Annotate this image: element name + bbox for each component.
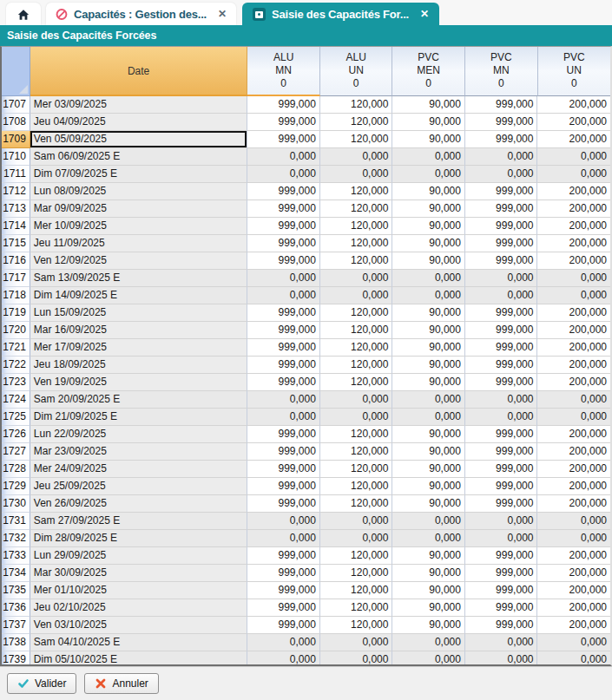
value-cell[interactable]: 90,000	[392, 426, 465, 443]
value-cell[interactable]: 90,000	[392, 374, 465, 391]
value-cell[interactable]: 90,000	[392, 478, 465, 495]
value-cell[interactable]: 200,000	[537, 131, 610, 148]
value-cell[interactable]: 999,000	[465, 252, 538, 270]
date-cell[interactable]: Sam 27/09/2025 E	[30, 513, 248, 530]
date-cell[interactable]: Mar 23/09/2025	[30, 443, 248, 461]
value-cell[interactable]: 999,000	[465, 478, 538, 495]
value-cell[interactable]: 90,000	[392, 339, 465, 357]
value-cell[interactable]: 999,000	[465, 443, 538, 461]
value-cell[interactable]: 90,000	[392, 183, 465, 200]
value-cell[interactable]: 90,000	[392, 617, 465, 634]
date-cell[interactable]: Ven 12/09/2025	[30, 252, 248, 270]
value-cell[interactable]: 999,000	[247, 235, 320, 252]
row-number-cell[interactable]: 1716	[2, 252, 30, 270]
date-cell[interactable]: Jeu 11/09/2025	[30, 235, 248, 252]
date-cell[interactable]: Sam 20/09/2025 E	[30, 391, 248, 409]
value-cell[interactable]: 999,000	[465, 200, 538, 218]
date-cell[interactable]: Ven 26/09/2025	[30, 495, 248, 513]
value-cell[interactable]: 999,000	[465, 114, 538, 131]
validate-button[interactable]: Valider	[7, 673, 76, 694]
value-cell[interactable]: 90,000	[392, 218, 465, 235]
value-cell[interactable]: 120,000	[320, 547, 393, 565]
date-cell[interactable]: Lun 08/09/2025	[30, 183, 248, 200]
row-number-cell[interactable]: 1707	[2, 96, 30, 114]
value-cell[interactable]: 0,000	[465, 513, 538, 530]
value-cell[interactable]: 999,000	[465, 218, 538, 235]
row-number-cell[interactable]: 1710	[2, 148, 30, 166]
value-cell[interactable]: 90,000	[392, 235, 465, 252]
date-cell[interactable]: Mer 17/09/2025	[30, 339, 248, 357]
value-cell[interactable]: 999,000	[465, 565, 538, 582]
value-cell[interactable]: 200,000	[537, 426, 610, 443]
value-cell[interactable]: 0,000	[465, 409, 538, 426]
value-cell[interactable]: 90,000	[392, 599, 465, 617]
value-cell[interactable]: 200,000	[537, 304, 610, 322]
row-number-cell[interactable]: 1731	[2, 513, 30, 530]
value-cell[interactable]: 0,000	[247, 651, 320, 664]
date-cell[interactable]: Mer 03/09/2025	[30, 96, 248, 114]
date-cell[interactable]: Jeu 18/09/2025	[30, 357, 248, 374]
value-cell[interactable]: 999,000	[247, 339, 320, 357]
value-cell[interactable]: 0,000	[247, 391, 320, 409]
value-cell[interactable]: 90,000	[392, 304, 465, 322]
value-cell[interactable]: 120,000	[320, 96, 393, 114]
value-cell[interactable]: 0,000	[537, 166, 610, 183]
row-number-cell[interactable]: 1730	[2, 495, 30, 513]
value-cell[interactable]: 0,000	[392, 270, 465, 287]
value-cell[interactable]: 0,000	[320, 166, 393, 183]
row-number-cell[interactable]: 1720	[2, 322, 30, 339]
row-number-cell[interactable]: 1711	[2, 166, 30, 183]
value-cell[interactable]: 999,000	[247, 495, 320, 513]
value-cell[interactable]: 999,000	[247, 183, 320, 200]
value-cell[interactable]: 0,000	[320, 513, 393, 530]
value-cell[interactable]: 120,000	[320, 218, 393, 235]
row-number-cell[interactable]: 1709	[2, 131, 30, 148]
value-cell[interactable]: 999,000	[247, 547, 320, 565]
value-cell[interactable]: 200,000	[537, 252, 610, 270]
column-header-alu-mn-0[interactable]: ALUMN0	[247, 47, 320, 96]
value-cell[interactable]: 90,000	[392, 565, 465, 582]
home-tab[interactable]	[6, 3, 41, 25]
row-number-cell[interactable]: 1714	[2, 218, 30, 235]
value-cell[interactable]: 200,000	[537, 200, 610, 218]
row-number-cell[interactable]: 1719	[2, 304, 30, 322]
value-cell[interactable]: 0,000	[320, 651, 393, 664]
date-cell[interactable]: Dim 07/09/2025 E	[30, 166, 248, 183]
date-cell[interactable]: Sam 13/09/2025 E	[30, 270, 248, 287]
value-cell[interactable]: 90,000	[392, 131, 465, 148]
row-number-cell[interactable]: 1737	[2, 617, 30, 634]
value-cell[interactable]: 200,000	[537, 218, 610, 235]
value-cell[interactable]: 999,000	[247, 200, 320, 218]
value-cell[interactable]: 999,000	[247, 582, 320, 599]
value-cell[interactable]: 200,000	[537, 495, 610, 513]
value-cell[interactable]: 0,000	[465, 651, 538, 664]
row-number-cell[interactable]: 1724	[2, 391, 30, 409]
value-cell[interactable]: 200,000	[537, 547, 610, 565]
value-cell[interactable]: 999,000	[247, 478, 320, 495]
value-cell[interactable]: 200,000	[537, 599, 610, 617]
value-cell[interactable]: 999,000	[247, 461, 320, 478]
value-cell[interactable]: 200,000	[537, 339, 610, 357]
value-cell[interactable]: 200,000	[537, 582, 610, 599]
value-cell[interactable]: 0,000	[465, 391, 538, 409]
value-cell[interactable]: 0,000	[537, 409, 610, 426]
row-number-cell[interactable]: 1721	[2, 339, 30, 357]
value-cell[interactable]: 999,000	[247, 617, 320, 634]
value-cell[interactable]: 0,000	[392, 634, 465, 651]
date-cell[interactable]: Lun 15/09/2025	[30, 304, 248, 322]
value-cell[interactable]: 120,000	[320, 131, 393, 148]
value-cell[interactable]: 999,000	[465, 547, 538, 565]
value-cell[interactable]: 999,000	[465, 96, 538, 114]
value-cell[interactable]: 0,000	[247, 513, 320, 530]
value-cell[interactable]: 999,000	[465, 374, 538, 391]
value-cell[interactable]: 999,000	[465, 495, 538, 513]
value-cell[interactable]: 120,000	[320, 304, 393, 322]
row-number-cell[interactable]: 1723	[2, 374, 30, 391]
value-cell[interactable]: 200,000	[537, 374, 610, 391]
value-cell[interactable]: 999,000	[247, 322, 320, 339]
row-number-cell[interactable]: 1732	[2, 530, 30, 547]
value-cell[interactable]: 120,000	[320, 478, 393, 495]
row-number-cell[interactable]: 1734	[2, 565, 30, 582]
date-cell[interactable]: Ven 03/10/2025	[30, 617, 248, 634]
value-cell[interactable]: 0,000	[392, 530, 465, 547]
